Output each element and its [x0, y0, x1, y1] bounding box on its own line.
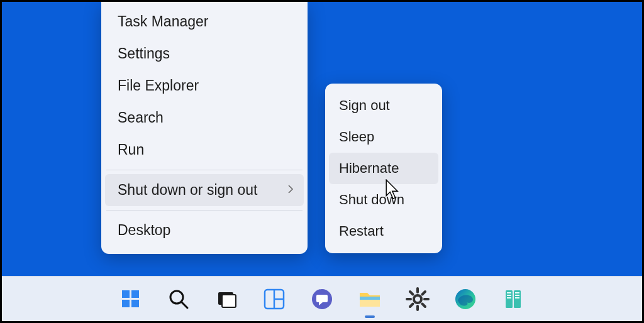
submenu-item-hibernate[interactable]: Hibernate — [329, 153, 438, 184]
taskbar-settings-button[interactable] — [402, 284, 433, 314]
gear-icon — [405, 287, 430, 312]
svg-line-20 — [410, 292, 413, 295]
submenu-item-shut-down[interactable]: Shut down — [325, 184, 442, 216]
submenu-item-sign-out[interactable]: Sign out — [325, 90, 442, 121]
taskbar-server-manager-button[interactable] — [498, 284, 528, 314]
menu-item-settings[interactable]: Settings — [101, 38, 308, 70]
svg-point-15 — [414, 295, 421, 303]
svg-rect-29 — [507, 297, 511, 298]
svg-line-23 — [423, 292, 426, 295]
taskbar-task-view-button[interactable] — [211, 284, 242, 314]
file-explorer-icon — [357, 287, 382, 312]
taskbar — [2, 276, 642, 321]
svg-rect-32 — [515, 297, 519, 298]
menu-item-desktop[interactable]: Desktop — [101, 214, 308, 246]
taskbar-widgets-button[interactable] — [259, 284, 289, 314]
svg-rect-12 — [316, 295, 328, 302]
winx-context-menu: Task Manager Settings File Explorer Sear… — [101, 2, 308, 254]
svg-rect-30 — [515, 292, 519, 293]
svg-line-22 — [410, 304, 413, 307]
svg-rect-14 — [360, 297, 380, 300]
svg-rect-0 — [122, 290, 130, 298]
menu-item-label: Settings — [118, 45, 170, 62]
taskbar-start-button[interactable] — [116, 284, 146, 314]
svg-rect-2 — [122, 300, 130, 307]
menu-item-label: Search — [118, 109, 164, 126]
menu-item-label: Sign out — [339, 97, 390, 114]
svg-rect-31 — [515, 295, 519, 296]
menu-item-label: Run — [118, 141, 144, 158]
menu-item-label: Hibernate — [339, 160, 399, 177]
menu-item-label: Desktop — [118, 222, 170, 239]
taskbar-file-explorer-button[interactable] — [355, 284, 385, 314]
taskbar-edge-button[interactable] — [450, 284, 480, 314]
menu-item-label: Task Manager — [118, 13, 208, 30]
taskbar-chat-button[interactable] — [307, 284, 337, 314]
menu-item-label: Shut down — [339, 192, 404, 208]
submenu-item-sleep[interactable]: Sleep — [325, 121, 442, 153]
svg-rect-7 — [222, 295, 236, 307]
widgets-icon — [262, 287, 287, 312]
svg-rect-3 — [131, 300, 139, 307]
task-view-icon — [214, 287, 239, 312]
menu-separator — [106, 210, 303, 211]
menu-item-label: Restart — [339, 223, 384, 239]
chevron-right-icon — [287, 183, 294, 197]
start-icon — [118, 287, 143, 312]
submenu-item-restart[interactable]: Restart — [325, 216, 442, 247]
svg-rect-28 — [507, 295, 511, 296]
svg-line-5 — [182, 302, 187, 308]
menu-item-label: Shut down or sign out — [118, 182, 257, 199]
menu-item-label: File Explorer — [118, 77, 199, 94]
svg-line-21 — [423, 304, 426, 307]
server-manager-icon — [501, 287, 526, 312]
power-submenu: Sign out Sleep Hibernate Shut down Resta… — [325, 84, 442, 253]
menu-item-shutdown-signout[interactable]: Shut down or sign out — [105, 174, 304, 206]
search-icon — [166, 287, 191, 312]
menu-separator — [106, 170, 303, 170]
svg-rect-27 — [507, 292, 511, 293]
menu-item-run[interactable]: Run — [101, 134, 308, 166]
menu-item-file-explorer[interactable]: File Explorer — [101, 70, 308, 102]
svg-rect-1 — [131, 290, 139, 298]
taskbar-search-button[interactable] — [164, 284, 194, 314]
edge-icon — [453, 287, 478, 312]
menu-item-search[interactable]: Search — [101, 102, 308, 134]
menu-item-label: Sleep — [339, 129, 374, 145]
menu-item-task-manager[interactable]: Task Manager — [101, 6, 308, 38]
chat-icon — [309, 287, 335, 312]
